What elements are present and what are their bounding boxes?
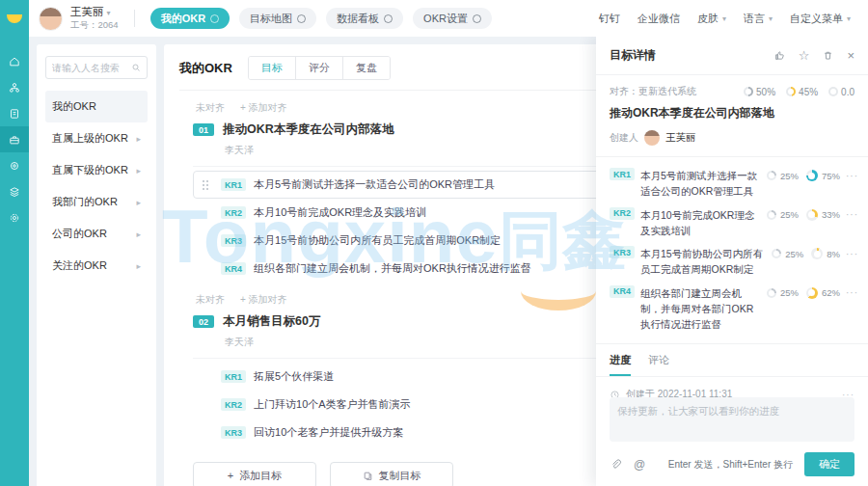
kr-badge: KR2	[221, 398, 246, 411]
weight-icon	[767, 288, 776, 298]
sidebar-menu-item[interactable]: 公司的OKR ▸	[45, 218, 148, 250]
kr-metrics: 25% 33% ···	[767, 207, 858, 221]
more-icon[interactable]: ···	[842, 390, 854, 397]
kr-weight: 25%	[780, 287, 799, 298]
sidebar-menu-item[interactable]: 我部门的OKR ▸	[45, 186, 148, 218]
rail-briefcase-icon[interactable]	[0, 126, 29, 152]
tab-circle-icon	[210, 14, 219, 23]
add-align-button[interactable]: + 添加对齐	[240, 293, 287, 307]
stat-confidence: 45%	[786, 87, 818, 97]
detail-kr-row[interactable]: KR4 组织各部门建立周会机制，并每周对各部门OKR执行情况进行监督 25% 6…	[610, 282, 858, 337]
kr-badge: KR4	[221, 262, 246, 275]
kr-badge: KR3	[221, 234, 246, 247]
detail-tab[interactable]: 进度	[610, 353, 631, 376]
more-icon[interactable]: ···	[846, 249, 858, 259]
add-objective-button[interactable]: + 添加目标	[193, 462, 316, 486]
objective-number-badge: 01	[193, 123, 214, 136]
detail-kr-list: KR1 本月5号前测试并选择一款适合公司的OKR管理工具 25% 75% ···…	[596, 157, 868, 344]
objective-title[interactable]: 推动OKR本季度在公司内部落地	[223, 122, 394, 138]
star-icon[interactable]: ☆	[799, 49, 810, 62]
trash-icon[interactable]	[822, 49, 834, 62]
rail-settings-icon[interactable]	[0, 204, 29, 230]
kr-metrics: 25% 62% ···	[767, 285, 858, 299]
like-icon[interactable]	[773, 49, 786, 62]
kr-progress-ring	[806, 170, 818, 181]
chevron-right-icon: ▸	[136, 230, 141, 239]
objective-title[interactable]: 本月销售目标60万	[223, 313, 320, 330]
sidebar-menu-item[interactable]: 我的OKR ▸	[45, 91, 148, 122]
page-title: 我的OKR	[179, 60, 232, 77]
update-timestamp: 创建于 2022-11-01 11:31	[626, 388, 732, 397]
kr-badge: KR3	[221, 426, 246, 439]
primary-nav-tab[interactable]: 数据看板	[326, 8, 403, 29]
sidebar-menu-item[interactable]: 直属上级的OKR ▸	[45, 122, 148, 154]
kr-badge: KR1	[610, 168, 635, 180]
kr-progress: 62%	[822, 287, 840, 298]
aligned-to-text[interactable]: 对齐：更新迭代系统	[610, 85, 696, 98]
more-icon[interactable]: ···	[846, 209, 858, 220]
more-icon[interactable]: ···	[846, 171, 858, 181]
kr-text: 本月15号前协助公司内所有员工完成首周期OKR制定	[640, 246, 766, 278]
kr-text: 回访10个老客户并提供升级方案	[254, 425, 403, 440]
kr-text: 本月5号前测试并选择一款适合公司的OKR管理工具	[254, 177, 495, 192]
clock-icon	[610, 390, 620, 397]
sidebar-menu-item[interactable]: 关注的OKR ▸	[45, 250, 148, 282]
search-input[interactable]	[52, 63, 127, 73]
mention-icon[interactable]: @	[634, 458, 645, 472]
creator-row: 创建人 王芙丽	[596, 122, 868, 157]
objective-detail-drawer: 目标详情 ☆ × 对齐：更新迭代系统 50% 45% 0.0 推动OKR本季度在…	[596, 37, 868, 486]
rail-org-icon[interactable]	[0, 74, 29, 100]
topbar-menu-item[interactable]: 钉钉	[599, 12, 620, 26]
user-name: 王芙丽	[70, 6, 104, 17]
search-icon	[131, 63, 141, 72]
detail-tab[interactable]: 评论	[648, 353, 669, 376]
rail-home-icon[interactable]	[0, 48, 29, 74]
app-logo[interactable]	[0, 0, 29, 37]
tab-circle-icon	[297, 14, 306, 23]
person-search[interactable]	[45, 56, 148, 79]
attachment-icon[interactable]	[610, 458, 622, 471]
rail-medal-icon[interactable]	[0, 152, 29, 178]
user-avatar[interactable]	[39, 7, 63, 31]
weight-icon	[772, 249, 781, 258]
topbar-menu-item[interactable]: 企业微信	[637, 12, 680, 26]
more-icon[interactable]: ···	[846, 287, 858, 298]
copy-objective-button[interactable]: 复制目标	[330, 462, 453, 486]
drag-handle[interactable]	[203, 180, 204, 182]
rail-document-icon[interactable]	[0, 100, 29, 126]
kr-progress: 33%	[822, 209, 840, 220]
stat-icon	[786, 87, 796, 96]
topbar-menu-item[interactable]: 自定义菜单 ▾	[790, 12, 851, 26]
topbar-menu-item[interactable]: 语言 ▾	[744, 12, 773, 26]
view-tab[interactable]: 目标	[249, 57, 295, 79]
update-input[interactable]	[610, 397, 854, 442]
okr-menu: 我的OKR ▸ 直属上级的OKR ▸ 直属下级的OKR ▸ 我部门的OKR ▸ …	[45, 91, 148, 282]
rail-layers-icon[interactable]	[0, 178, 29, 204]
primary-nav-tab[interactable]: OKR设置	[413, 8, 492, 29]
detail-kr-row[interactable]: KR2 本月10号前完成OKR理念及实践培训 25% 33% ···	[610, 203, 858, 243]
primary-nav: 我的OKR 目标地图 数据看板 OKR设置	[150, 8, 492, 29]
user-area: 王芙丽 ▾ 工号：2064 我的OKR 目标地图 数据看板 OKR设置	[29, 0, 502, 37]
view-tab[interactable]: 复盘	[342, 57, 390, 79]
view-tab[interactable]: 评分	[295, 57, 342, 79]
view-tabs: 目标 评分 复盘	[248, 56, 391, 80]
creator-label: 创建人	[610, 131, 638, 145]
detail-kr-row[interactable]: KR1 本月5号前测试并选择一款适合公司的OKR管理工具 25% 75% ···	[610, 164, 858, 203]
submit-button[interactable]: 确定	[804, 452, 854, 476]
tab-circle-icon	[384, 14, 393, 23]
progress-updates: 创建于 2022-11-01 11:31 ··· 已测试3款OKR系统，分别是飞…	[596, 377, 868, 397]
update-entry: 创建于 2022-11-01 11:31 ··· 已测试3款OKR系统，分别是飞…	[610, 388, 854, 397]
detail-kr-row[interactable]: KR3 本月15号前协助公司内所有员工完成首周期OKR制定 25% 8% ···	[610, 242, 858, 282]
primary-nav-tab[interactable]: 我的OKR	[150, 8, 230, 29]
add-align-button[interactable]: + 添加对齐	[240, 101, 287, 115]
kr-weight: 25%	[780, 209, 799, 220]
topbar-menu-item[interactable]: 皮肤 ▾	[697, 12, 726, 26]
close-icon[interactable]: ×	[847, 49, 854, 62]
user-info[interactable]: 王芙丽 ▾ 工号：2064	[70, 5, 119, 31]
stat-progress: 50%	[744, 87, 775, 97]
kr-progress-ring	[811, 248, 823, 259]
sidebar-menu-item[interactable]: 直属下级的OKR ▸	[45, 154, 148, 186]
primary-nav-tab[interactable]: 目标地图	[239, 8, 316, 29]
kr-badge: KR1	[221, 370, 246, 383]
kr-metrics: 25% 8% ···	[772, 246, 858, 259]
